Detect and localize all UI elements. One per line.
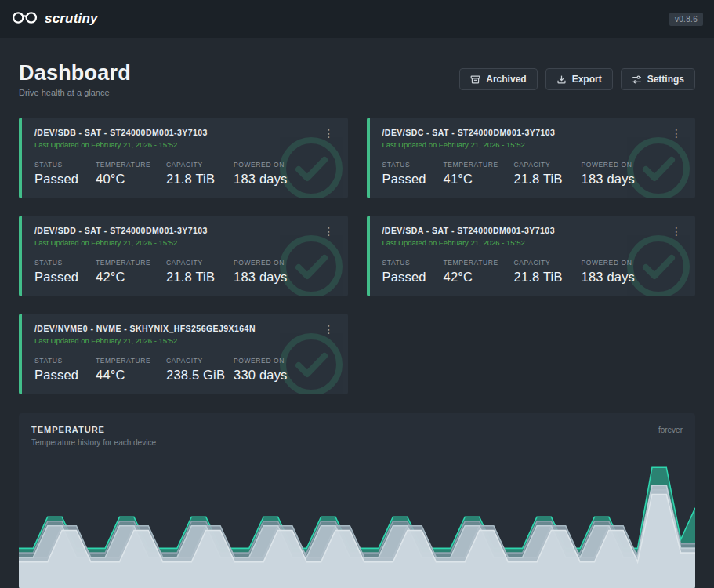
powered-on-value: 330 days bbox=[234, 368, 335, 383]
sliders-icon bbox=[632, 74, 642, 85]
drive-stats: STATUS Passed TEMPERATURE 42°C CAPACITY … bbox=[34, 259, 335, 285]
stat-status: STATUS Passed bbox=[382, 259, 444, 285]
stat-label: POWERED ON bbox=[582, 161, 683, 169]
temperature-value: 42°C bbox=[444, 270, 514, 285]
toolbar: Archived Export Settings bbox=[459, 68, 695, 90]
drive-card-sdb[interactable]: /DEV/SDB - SAT - ST24000DM001-3Y7103 Las… bbox=[19, 118, 348, 198]
stat-capacity: CAPACITY 21.8 TiB bbox=[166, 161, 234, 187]
archive-icon bbox=[470, 74, 480, 85]
version-badge: v0.8.6 bbox=[669, 13, 703, 26]
powered-on-value: 183 days bbox=[234, 270, 335, 285]
stat-label: POWERED ON bbox=[234, 357, 335, 365]
status-value: Passed bbox=[382, 270, 444, 285]
export-button-label: Export bbox=[572, 74, 602, 85]
goggles-icon bbox=[11, 10, 39, 28]
status-value: Passed bbox=[34, 172, 96, 187]
status-value: Passed bbox=[34, 368, 96, 383]
top-bar: scrutiny v0.8.6 bbox=[0, 0, 714, 38]
chart-range-selector[interactable]: forever bbox=[658, 426, 683, 434]
stat-temperature: TEMPERATURE 42°C bbox=[444, 259, 514, 285]
drive-card-nvme0[interactable]: /DEV/NVME0 - NVME - SKHYNIX_HFS256GEJ9X1… bbox=[19, 314, 348, 394]
archived-button-label: Archived bbox=[486, 74, 526, 85]
export-button[interactable]: Export bbox=[545, 68, 613, 90]
page-header: Dashboard Drive health at a glance Archi… bbox=[0, 61, 714, 97]
page-title: Dashboard bbox=[19, 61, 131, 85]
capacity-value: 21.8 TiB bbox=[166, 270, 234, 285]
temperature-panel-title: TEMPERATURE bbox=[31, 425, 683, 434]
stat-powered-on: POWERED ON 183 days bbox=[582, 259, 683, 285]
kebab-menu-icon[interactable]: ⋮ bbox=[665, 125, 687, 141]
stat-powered-on: POWERED ON 183 days bbox=[234, 259, 335, 285]
stat-status: STATUS Passed bbox=[34, 259, 96, 285]
kebab-menu-icon[interactable]: ⋮ bbox=[318, 321, 340, 337]
capacity-value: 238.5 GiB bbox=[166, 368, 234, 383]
drive-cards-grid: /DEV/SDB - SAT - ST24000DM001-3Y7103 Las… bbox=[0, 118, 714, 394]
stat-status: STATUS Passed bbox=[34, 161, 96, 187]
temperature-panel-header: TEMPERATURE Temperature history for each… bbox=[19, 413, 695, 447]
temperature-chart bbox=[19, 454, 695, 588]
brand-name: scrutiny bbox=[45, 11, 98, 27]
stat-label: CAPACITY bbox=[166, 259, 234, 267]
drive-stats: STATUS Passed TEMPERATURE 44°C CAPACITY … bbox=[34, 357, 335, 383]
drive-stats: STATUS Passed TEMPERATURE 42°C CAPACITY … bbox=[382, 259, 683, 285]
settings-button-label: Settings bbox=[647, 74, 684, 85]
stat-capacity: CAPACITY 21.8 TiB bbox=[514, 161, 582, 187]
temperature-value: 41°C bbox=[444, 172, 514, 187]
stat-temperature: TEMPERATURE 41°C bbox=[444, 161, 514, 187]
capacity-value: 21.8 TiB bbox=[514, 172, 582, 187]
temperature-value: 40°C bbox=[96, 172, 166, 187]
stat-label: STATUS bbox=[382, 259, 444, 267]
stat-status: STATUS Passed bbox=[34, 357, 96, 383]
brand-logo[interactable]: scrutiny bbox=[11, 10, 98, 28]
stat-status: STATUS Passed bbox=[382, 161, 444, 187]
stat-label: CAPACITY bbox=[514, 259, 582, 267]
stat-label: TEMPERATURE bbox=[96, 259, 166, 267]
stat-label: POWERED ON bbox=[234, 259, 335, 267]
stat-temperature: TEMPERATURE 44°C bbox=[96, 357, 166, 383]
stat-capacity: CAPACITY 238.5 GiB bbox=[166, 357, 234, 383]
stat-temperature: TEMPERATURE 40°C bbox=[96, 161, 166, 187]
status-value: Passed bbox=[34, 270, 96, 285]
stat-label: CAPACITY bbox=[166, 357, 234, 365]
stat-label: TEMPERATURE bbox=[96, 357, 166, 365]
stat-label: STATUS bbox=[34, 161, 96, 169]
stat-temperature: TEMPERATURE 42°C bbox=[96, 259, 166, 285]
drive-stats: STATUS Passed TEMPERATURE 41°C CAPACITY … bbox=[382, 161, 683, 187]
temperature-panel: TEMPERATURE Temperature history for each… bbox=[19, 413, 695, 588]
stat-label: STATUS bbox=[34, 357, 96, 365]
stat-label: CAPACITY bbox=[166, 161, 234, 169]
archived-button[interactable]: Archived bbox=[459, 68, 537, 90]
capacity-value: 21.8 TiB bbox=[166, 172, 234, 187]
stat-label: CAPACITY bbox=[514, 161, 582, 169]
drive-stats: STATUS Passed TEMPERATURE 40°C CAPACITY … bbox=[34, 161, 335, 187]
stat-label: STATUS bbox=[34, 259, 96, 267]
stat-powered-on: POWERED ON 183 days bbox=[582, 161, 683, 187]
status-value: Passed bbox=[382, 172, 444, 187]
stat-capacity: CAPACITY 21.8 TiB bbox=[514, 259, 582, 285]
drive-card-sdc[interactable]: /DEV/SDC - SAT - ST24000DM001-3Y7103 Las… bbox=[367, 118, 696, 198]
kebab-menu-icon[interactable]: ⋮ bbox=[318, 223, 340, 239]
powered-on-value: 183 days bbox=[582, 172, 683, 187]
page-subtitle: Drive health at a glance bbox=[19, 88, 131, 97]
kebab-menu-icon[interactable]: ⋮ bbox=[665, 223, 687, 239]
temperature-panel-subtitle: Temperature history for each device bbox=[31, 438, 683, 447]
powered-on-value: 183 days bbox=[234, 172, 335, 187]
drive-card-sdd[interactable]: /DEV/SDD - SAT - ST24000DM001-3Y7103 Las… bbox=[19, 216, 348, 296]
stat-label: STATUS bbox=[382, 161, 444, 169]
kebab-menu-icon[interactable]: ⋮ bbox=[318, 125, 340, 141]
stat-label: POWERED ON bbox=[234, 161, 335, 169]
settings-button[interactable]: Settings bbox=[621, 68, 695, 90]
stat-label: TEMPERATURE bbox=[444, 161, 514, 169]
stat-capacity: CAPACITY 21.8 TiB bbox=[166, 259, 234, 285]
stat-label: TEMPERATURE bbox=[444, 259, 514, 267]
temperature-value: 42°C bbox=[96, 270, 166, 285]
stat-label: POWERED ON bbox=[582, 259, 683, 267]
drive-card-sda[interactable]: /DEV/SDA - SAT - ST24000DM001-3Y7103 Las… bbox=[367, 216, 696, 296]
stat-label: TEMPERATURE bbox=[96, 161, 166, 169]
capacity-value: 21.8 TiB bbox=[514, 270, 582, 285]
temperature-value: 44°C bbox=[96, 368, 166, 383]
powered-on-value: 183 days bbox=[582, 270, 683, 285]
stat-powered-on: POWERED ON 330 days bbox=[234, 357, 335, 383]
page-title-block: Dashboard Drive health at a glance bbox=[19, 61, 131, 97]
export-icon bbox=[556, 74, 567, 85]
